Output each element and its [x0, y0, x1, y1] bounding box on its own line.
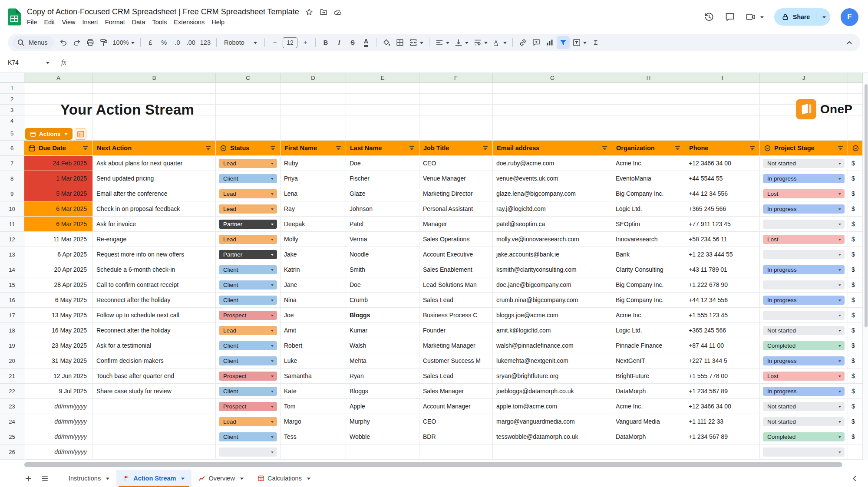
cell-C12[interactable]: Lead — [216, 232, 281, 247]
status-chip[interactable]: Client — [219, 356, 277, 365]
status-chip[interactable]: Client — [219, 280, 277, 290]
cell-B26[interactable] — [93, 444, 216, 460]
cell-J22[interactable]: In progress — [760, 384, 848, 399]
cell-E24[interactable]: Murphy — [346, 414, 419, 429]
filter-button[interactable] — [270, 145, 276, 151]
cell-D10[interactable]: Ray — [281, 201, 346, 217]
cell-K7[interactable]: $ — [848, 156, 863, 171]
cell-H21[interactable]: BrightFuture — [612, 369, 685, 384]
status-chip[interactable]: Lead — [219, 235, 277, 244]
header-cell-E[interactable]: Last Name — [346, 141, 419, 156]
cell-I24[interactable]: +1 111 22 33 — [685, 414, 760, 429]
cell-E23[interactable]: Apple — [346, 399, 419, 414]
cell-D24[interactable]: Margo — [281, 414, 346, 429]
cell-D17[interactable]: Joe — [281, 308, 346, 323]
text-color-button[interactable]: A — [360, 36, 373, 49]
cell-I10[interactable]: +365 245 566 — [685, 201, 760, 217]
cell-J10[interactable]: In progress — [760, 201, 848, 217]
cell-K18[interactable]: $ — [848, 323, 863, 338]
cell-B20[interactable]: Confirm decision-makers — [93, 353, 216, 369]
cell-A13[interactable]: 6 Apr 2025 — [24, 247, 93, 262]
stage-chip[interactable]: Completed — [763, 432, 845, 441]
status-chip[interactable]: Lead — [219, 326, 277, 335]
cell-F10[interactable]: Personal Assistant — [419, 201, 493, 217]
hide-menus-button[interactable] — [843, 36, 856, 49]
cell-H23[interactable]: Acme Inc. — [612, 399, 685, 414]
cell-C19[interactable]: Client — [216, 338, 281, 353]
cell-G17[interactable]: bloggs.joe@acme.com — [493, 308, 612, 323]
row-header-23[interactable]: 23 — [0, 399, 24, 414]
cell-I5[interactable] — [685, 126, 760, 141]
cell-J21[interactable]: Lost — [760, 369, 848, 384]
status-chip[interactable]: Lead — [219, 204, 277, 214]
cell-B12[interactable]: Re-engage — [93, 232, 216, 247]
cell-G16[interactable]: crumb.nina@bigcompany.com — [493, 293, 612, 308]
cell-B5[interactable] — [93, 126, 216, 141]
row-header-13[interactable]: 13 — [0, 247, 24, 262]
cell-I25[interactable]: +1 234 567 89 — [685, 429, 760, 444]
increase-font-size-button[interactable]: + — [299, 36, 312, 49]
row-header-7[interactable]: 7 — [0, 156, 24, 171]
cell-J18[interactable]: Not started — [760, 323, 848, 338]
status-chip[interactable]: Client — [219, 174, 277, 183]
add-sheet-button[interactable] — [23, 473, 34, 484]
insert-comment-button[interactable] — [530, 36, 543, 49]
cell-K17[interactable]: $ — [848, 308, 863, 323]
menu-tools[interactable]: Tools — [149, 18, 170, 26]
cell-H20[interactable]: NextGenIT — [612, 353, 685, 369]
header-cell-H[interactable]: Organization — [612, 141, 685, 156]
cell-B17[interactable]: Follow up to schedule next call — [93, 308, 216, 323]
status-chip[interactable]: Partner — [219, 220, 277, 229]
cell-E4[interactable] — [346, 115, 419, 126]
stage-chip[interactable]: Lost — [763, 189, 845, 198]
cell-E2[interactable] — [346, 94, 419, 105]
cell-B16[interactable]: Reconnect after the holiday — [93, 293, 216, 308]
cell-D19[interactable]: Robert — [281, 338, 346, 353]
cell-J26[interactable] — [760, 444, 848, 460]
header-cell-B[interactable]: Next Action — [93, 141, 216, 156]
cell-H4[interactable] — [612, 115, 685, 126]
cell-D22[interactable]: Kate — [281, 384, 346, 399]
cell-G19[interactable]: walsh@pinnaclefinance.com — [493, 338, 612, 353]
row-header-16[interactable]: 16 — [0, 293, 24, 308]
row-header-26[interactable]: 26 — [0, 444, 24, 460]
cell-D21[interactable]: Samantha — [281, 369, 346, 384]
merge-cells-button[interactable] — [407, 36, 426, 49]
cell-A23[interactable]: dd/mm/yyyy — [24, 399, 93, 414]
cell-A20[interactable]: 31 May 2025 — [24, 353, 93, 369]
cell-C17[interactable]: Prospect — [216, 308, 281, 323]
cell-F18[interactable]: Founder — [419, 323, 493, 338]
cell-K12[interactable]: $ — [848, 232, 863, 247]
cell-H26[interactable] — [612, 444, 685, 460]
name-box[interactable]: K74 — [8, 59, 50, 66]
cell-F24[interactable]: CEO — [419, 414, 493, 429]
menu-insert[interactable]: Insert — [79, 18, 102, 26]
row-header-11[interactable]: 11 — [0, 217, 24, 232]
filter-button[interactable] — [674, 145, 681, 151]
cell-J19[interactable]: Completed — [760, 338, 848, 353]
cell-J23[interactable]: Not started — [760, 399, 848, 414]
row-header-24[interactable]: 24 — [0, 414, 24, 429]
cell-F1[interactable] — [419, 83, 493, 94]
cell-E25[interactable]: Wobble — [346, 429, 419, 444]
font-family-button[interactable]: Roboto — [220, 36, 261, 49]
cell-I22[interactable]: +1 234 567 89 — [685, 384, 760, 399]
cell-C2[interactable] — [216, 94, 281, 105]
cell-C3[interactable] — [216, 105, 281, 115]
tab-action-stream[interactable]: Action Stream — [116, 470, 191, 487]
number-format-button[interactable]: 123 — [198, 36, 213, 49]
cell-F19[interactable]: Marketing Manager — [419, 338, 493, 353]
cell-K20[interactable]: $ — [848, 353, 863, 369]
cell-B15[interactable]: Call to confirm contract receipt — [93, 277, 216, 293]
cell-I18[interactable]: +365 245 566 — [685, 323, 760, 338]
cell-I1[interactable] — [685, 83, 760, 94]
cell-H9[interactable]: Big Company Inc. — [612, 186, 685, 201]
row-header-10[interactable]: 10 — [0, 201, 24, 217]
cell-B23[interactable] — [93, 399, 216, 414]
cell-C11[interactable]: Partner — [216, 217, 281, 232]
stage-chip[interactable] — [763, 220, 845, 229]
filter-button[interactable] — [749, 145, 756, 151]
comments-icon[interactable] — [725, 12, 735, 22]
cell-B22[interactable]: Share case study for review — [93, 384, 216, 399]
cell-J1[interactable] — [760, 83, 848, 94]
